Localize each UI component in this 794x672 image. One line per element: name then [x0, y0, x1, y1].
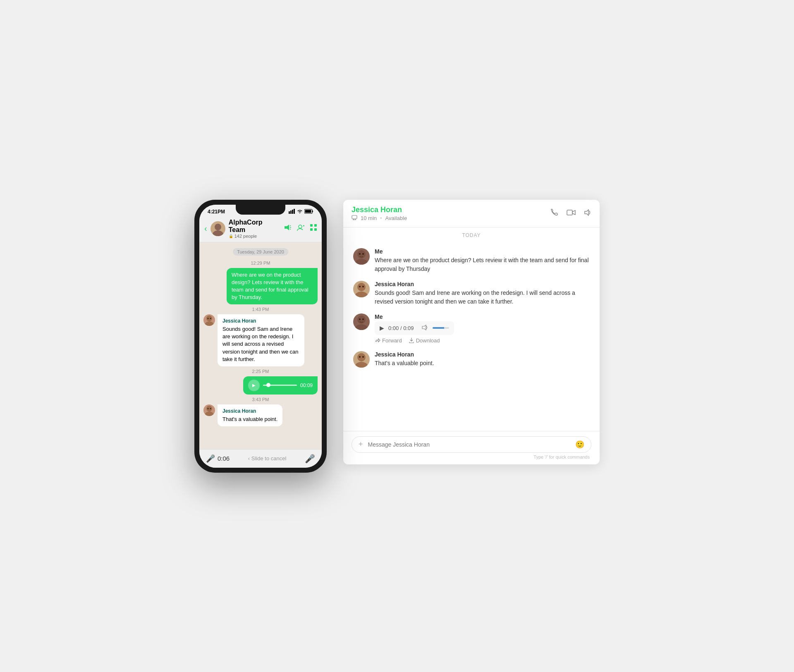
desktop-messages[interactable]: Me Where are we on the product design? L…	[343, 242, 600, 431]
incoming-msg-2-container: Jessica Horan That's a valuable point.	[203, 404, 282, 426]
svg-point-41	[362, 286, 364, 287]
grid-icon[interactable]	[310, 224, 317, 233]
group-chat-meta: 🔒 142 people	[229, 234, 280, 239]
plus-button[interactable]: +	[359, 440, 363, 449]
timestamp-4: 3:43 PM	[203, 397, 318, 402]
svg-marker-33	[585, 210, 588, 215]
svg-point-27	[210, 408, 211, 409]
mic-recording-icon: 🎤	[206, 454, 215, 463]
msg-sender-desktop-4: Jessica Horan	[375, 351, 434, 358]
svg-point-23	[210, 318, 211, 319]
msg-text-desktop-4: That's a valuable point.	[375, 359, 434, 368]
forward-button[interactable]: Forward	[375, 337, 402, 344]
volume-icon[interactable]	[584, 208, 591, 218]
lock-icon: 🔒	[229, 234, 233, 238]
svg-point-38	[357, 283, 366, 291]
svg-rect-1	[290, 210, 292, 214]
mute-icon[interactable]	[284, 224, 291, 233]
phone-notch	[236, 205, 285, 215]
desktop-chat-header: Jessica Horan 10 min • Available	[343, 200, 600, 227]
slide-cancel-text: ‹ Slide to cancel	[248, 455, 287, 462]
desktop-msg-2: Jessica Horan Sounds good! Sam and Irene…	[353, 281, 590, 306]
svg-rect-6	[305, 210, 311, 213]
incoming-msg-2: Jessica Horan That's a valuable point.	[218, 404, 282, 426]
desktop-msg-4: Jessica Horan That's a valuable point.	[353, 351, 590, 368]
msg-text-2: That's a valuable point.	[222, 416, 277, 422]
group-chat-info: AlphaCorp Team 🔒 142 people	[229, 219, 280, 239]
status-icons	[289, 209, 313, 215]
desktop-msg-3-content: Me ▶ 0:00 / 0:09	[375, 313, 454, 344]
audio-play-btn[interactable]: ▶	[380, 325, 384, 331]
desktop-input-bar: + 🙂 Type '/' for quick commands	[343, 431, 600, 464]
desktop-contact-info: Jessica Horan 10 min • Available	[352, 206, 407, 221]
wifi-icon	[297, 209, 303, 215]
phone-screen: 4:21PM ‹	[199, 205, 322, 468]
msg-sender-2: Jessica Horan	[222, 408, 277, 415]
svg-point-45	[362, 318, 364, 320]
voice-play-btn[interactable]: ▶	[248, 380, 260, 391]
svg-point-44	[359, 318, 361, 320]
jessica-avatar-2	[203, 404, 215, 416]
download-button[interactable]: Download	[409, 337, 440, 344]
call-icon[interactable]	[550, 208, 558, 218]
download-label: Download	[416, 337, 440, 344]
jessica-avatar-1	[203, 314, 215, 326]
jessica-avatar-desktop-1	[353, 281, 370, 297]
svg-point-20	[206, 316, 212, 321]
msg-sender-desktop-2: Jessica Horan	[375, 281, 590, 287]
timestamp-2: 1:43 PM	[203, 307, 318, 312]
svg-rect-19	[314, 228, 317, 231]
desktop-msg-1-content: Me Where are we on the product design? L…	[375, 248, 590, 273]
svg-point-48	[355, 362, 368, 368]
me-avatar-2	[353, 313, 370, 330]
voice-msg-out: ▶ 00:09	[243, 376, 318, 395]
dot-separator: •	[380, 215, 382, 221]
timestamp-3: 2:25 PM	[203, 369, 318, 374]
today-divider: TODAY	[343, 227, 600, 242]
back-button[interactable]: ‹	[204, 224, 207, 233]
svg-rect-2	[292, 210, 293, 214]
svg-point-21	[205, 321, 214, 326]
monitor-icon	[352, 215, 357, 221]
phone-chat-scroll[interactable]: Tuesday, 29 June 2020 12:29 PM Where are…	[199, 242, 322, 449]
message-input[interactable]	[368, 441, 570, 448]
audio-volume-slider[interactable]	[433, 327, 449, 329]
forward-label: Forward	[382, 337, 402, 344]
audio-volume-icon[interactable]	[422, 325, 428, 332]
svg-rect-16	[310, 224, 313, 227]
svg-point-7	[215, 224, 221, 230]
svg-marker-9	[285, 225, 289, 230]
svg-point-35	[355, 259, 368, 265]
emoji-button[interactable]: 🙂	[575, 440, 584, 449]
video-icon[interactable]	[567, 208, 576, 218]
phone-device: 4:21PM ‹	[194, 200, 327, 473]
quick-hint: Type '/' for quick commands	[352, 454, 591, 459]
audio-time: 0:00 / 0:09	[388, 325, 414, 331]
svg-line-12	[290, 229, 291, 230]
desktop-msg-4-content: Jessica Horan That's a valuable point.	[375, 351, 434, 368]
svg-point-50	[362, 356, 364, 358]
desktop-msg-3: Me ▶ 0:00 / 0:09	[353, 313, 590, 344]
mic-send-icon[interactable]: 🎤	[305, 454, 315, 464]
svg-point-26	[208, 408, 209, 409]
audio-player: ▶ 0:00 / 0:09	[375, 321, 454, 335]
rec-left: 🎤 0:06	[206, 454, 230, 463]
svg-point-47	[357, 353, 366, 361]
svg-rect-28	[352, 215, 357, 219]
desktop-header-actions	[550, 208, 591, 218]
msg-sender-desktop-1: Me	[375, 248, 590, 255]
desktop-input-row: + 🙂	[352, 436, 591, 453]
add-person-icon[interactable]	[297, 224, 304, 233]
svg-rect-0	[289, 211, 290, 214]
svg-rect-17	[314, 224, 317, 227]
battery-icon	[304, 209, 313, 215]
status-text: Available	[385, 215, 407, 221]
svg-point-36	[359, 253, 361, 255]
msg-text-desktop-1: Where are we on the product design? Lets…	[375, 256, 590, 273]
svg-rect-18	[310, 228, 313, 231]
incoming-msg-1-container: Jessica Horan Sounds good! Sam and Irene…	[203, 314, 304, 366]
svg-point-37	[362, 253, 364, 255]
recording-bar: 🎤 0:06 ‹ Slide to cancel 🎤	[199, 449, 322, 468]
rec-time: 0:06	[218, 455, 230, 462]
svg-point-24	[206, 406, 212, 411]
